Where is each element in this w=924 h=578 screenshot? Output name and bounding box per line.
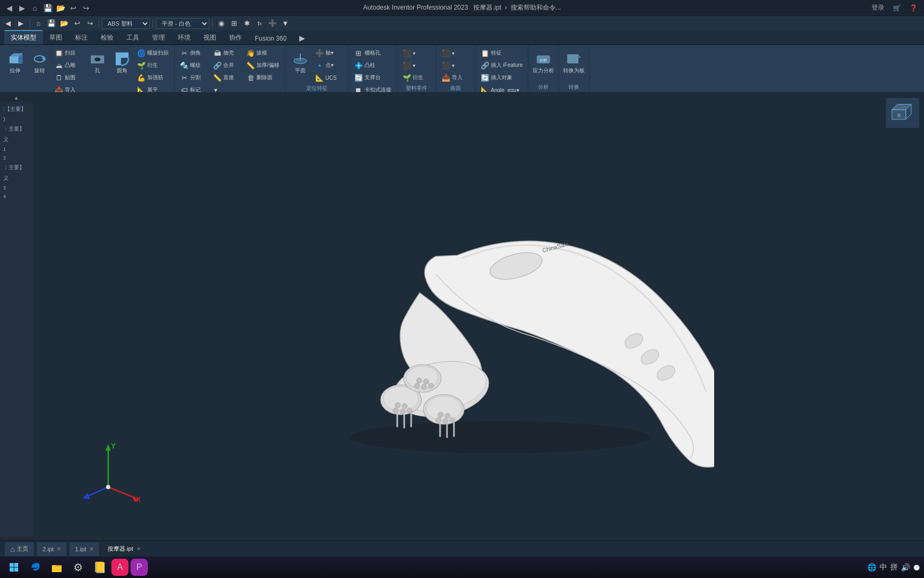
btn-extrude[interactable]: 拉伸	[3, 47, 27, 77]
tab-fusion[interactable]: Fusion 360	[248, 33, 293, 44]
open-btn[interactable]: 📂	[56, 3, 65, 13]
btn-plastic-more2[interactable]: ⬛ ▾	[400, 59, 433, 71]
btn-feature[interactable]: 📋 特征	[479, 47, 525, 59]
qt-save[interactable]: 💾	[46, 18, 57, 29]
btn-support[interactable]: 🔄 支撑台	[352, 72, 393, 83]
appearance-dropdown[interactable]: 平滑 - 白色	[156, 18, 209, 29]
btn-ucs[interactable]: 📐 UCS	[313, 72, 345, 83]
btn-mark[interactable]: 🏷 标记	[178, 84, 210, 93]
qt-star[interactable]: ✱	[241, 18, 253, 29]
taskbar-notes[interactable]: 📒	[90, 558, 109, 577]
tab-view[interactable]: 视图	[197, 31, 223, 44]
taskbar-explorer[interactable]	[47, 558, 66, 577]
btn-convert-sheet[interactable]: 转换为板	[562, 47, 586, 77]
btn-emboss[interactable]: ⛰ 凸雕	[52, 59, 85, 71]
btn-import-create[interactable]: 📥 导入	[52, 84, 85, 93]
btn-chamfer[interactable]: ✂ 倒角	[178, 47, 210, 59]
tab-massager-close[interactable]: ✕	[137, 546, 141, 552]
taskbar-app2[interactable]: P	[131, 559, 148, 576]
qt-fx[interactable]: fx	[254, 18, 266, 29]
btn-angle-equ[interactable]: 📐 Angle_equ▾	[479, 84, 525, 93]
taskbar-network[interactable]: 🌐	[867, 563, 876, 572]
btn-sweep[interactable]: 🔲 扫掠	[52, 47, 85, 59]
btn-unfold[interactable]: 📐 展平	[135, 84, 171, 93]
btn-snap-fit[interactable]: ⏹ 卡扣式连接	[352, 84, 393, 93]
taskbar-app1[interactable]: A	[111, 559, 128, 576]
sidebar-item-3[interactable]: 义	[0, 134, 33, 145]
tab-tools[interactable]: 工具	[120, 31, 146, 44]
sidebar-item-5[interactable]: 2	[0, 154, 33, 162]
tab-inspect[interactable]: 检验	[94, 31, 120, 44]
btn-stress[interactable]: 分析 应力分析	[532, 47, 555, 77]
btn-insert-object[interactable]: 🔄 插入对象	[479, 72, 525, 83]
material-dropdown[interactable]: ABS 塑料	[102, 18, 150, 29]
btn-thread[interactable]: 🔩 螺纹	[178, 59, 210, 71]
tab-2ipt[interactable]: 2.ipt ✕	[36, 542, 67, 557]
qt-plus[interactable]: ➕	[267, 18, 278, 29]
btn-plane[interactable]: 平面	[289, 47, 312, 77]
taskbar-windows[interactable]	[4, 558, 24, 577]
btn-decal[interactable]: 🗒 贴图	[52, 72, 85, 83]
btn-ifeature[interactable]: 🔗 插入 iFeature	[479, 59, 525, 71]
help-icon[interactable]: ❓	[907, 3, 920, 13]
tab-sketch[interactable]: 草图	[43, 31, 69, 44]
qt-home[interactable]: ⌂	[33, 18, 44, 29]
sidebar-item-8[interactable]: 3	[0, 184, 33, 192]
taskbar-volume[interactable]: 🔊	[901, 563, 910, 572]
sidebar-scroll-up[interactable]: ▲	[0, 93, 33, 102]
tab-1ipt-close[interactable]: ✕	[89, 546, 94, 552]
sidebar-item-9[interactable]: 4	[0, 192, 33, 201]
sidebar-item-7[interactable]: 义	[0, 173, 33, 184]
btn-draft[interactable]: 👋 拔模	[244, 47, 282, 59]
tab-solid-model[interactable]: 实体模型	[4, 30, 43, 44]
viewport[interactable]: ChinaSale	[33, 93, 924, 546]
qt-undo[interactable]: ↩	[71, 18, 83, 29]
redo-btn[interactable]: ↪	[81, 3, 91, 13]
taskbar-edge[interactable]	[26, 558, 45, 577]
qt-circle[interactable]: ◉	[215, 18, 227, 29]
btn-plastic-derive[interactable]: 🌱 衍生	[400, 72, 433, 83]
btn-surface-import[interactable]: 📥 导入	[440, 72, 472, 83]
tab-collab[interactable]: 协作	[223, 31, 248, 44]
home-btn[interactable]: ⌂	[30, 3, 40, 13]
tab-annotation[interactable]: 标注	[69, 31, 94, 44]
tab-1ipt[interactable]: 1.ipt ✕	[69, 542, 100, 557]
tab-env[interactable]: 环境	[171, 31, 197, 44]
nav-back-btn[interactable]: ◀	[4, 3, 14, 13]
taskbar-settings[interactable]: ⚙	[69, 558, 88, 577]
btn-revolve[interactable]: 旋转	[28, 47, 51, 77]
sidebar-item-0[interactable]: :【主要】	[0, 104, 33, 115]
btn-delete-face[interactable]: 🗑 删除面	[244, 72, 282, 83]
tab-fusion-icon[interactable]: ▶	[293, 32, 312, 44]
btn-thicken[interactable]: 📏 加厚/偏移	[244, 59, 282, 71]
btn-rib[interactable]: 💪 加强筋	[135, 72, 171, 83]
undo-btn[interactable]: ↩	[69, 3, 78, 13]
qt-back[interactable]: ◀	[2, 18, 14, 29]
btn-axis[interactable]: ➕ 轴▾	[313, 47, 345, 59]
view-cube[interactable]: 前	[885, 97, 920, 128]
sidebar-item-6[interactable]: ；主要】	[0, 162, 33, 173]
nav-fwd-btn[interactable]: ▶	[17, 3, 27, 13]
login-btn[interactable]: 登录	[869, 2, 887, 13]
btn-grid-pattern[interactable]: ⊞ 棚格孔	[352, 47, 393, 59]
qt-open[interactable]: 📂	[58, 18, 70, 29]
cart-icon[interactable]: 🛒	[891, 3, 903, 13]
btn-boss[interactable]: 💠 凸柱	[352, 59, 393, 71]
save-btn[interactable]: 💾	[43, 3, 52, 13]
btn-helix[interactable]: 🌀 螺旋扫掠	[135, 47, 171, 59]
btn-surface-more2[interactable]: ⬛ ▾	[440, 59, 472, 71]
btn-split[interactable]: ✂ 分割	[178, 72, 210, 83]
sidebar-item-2[interactable]: ：主要】	[0, 124, 33, 134]
btn-hole[interactable]: 孔	[86, 47, 109, 77]
btn-plastic-more1[interactable]: ⬛ ▾	[400, 47, 433, 59]
btn-point[interactable]: 🔹 点▾	[313, 59, 345, 71]
btn-direct[interactable]: 📏 直接	[211, 72, 243, 83]
btn-derive[interactable]: 🌱 衍生	[135, 59, 171, 71]
btn-surface-more1[interactable]: ⬛ ▾	[440, 47, 472, 59]
sidebar-item-1[interactable]: )	[0, 115, 33, 124]
tab-2ipt-close[interactable]: ✕	[57, 546, 61, 552]
qt-grid[interactable]: ⊞	[228, 18, 240, 29]
sidebar-item-4[interactable]: 1	[0, 145, 33, 154]
btn-more-modify[interactable]: ▼	[211, 84, 243, 93]
qt-arrow[interactable]: ▼	[279, 18, 291, 29]
